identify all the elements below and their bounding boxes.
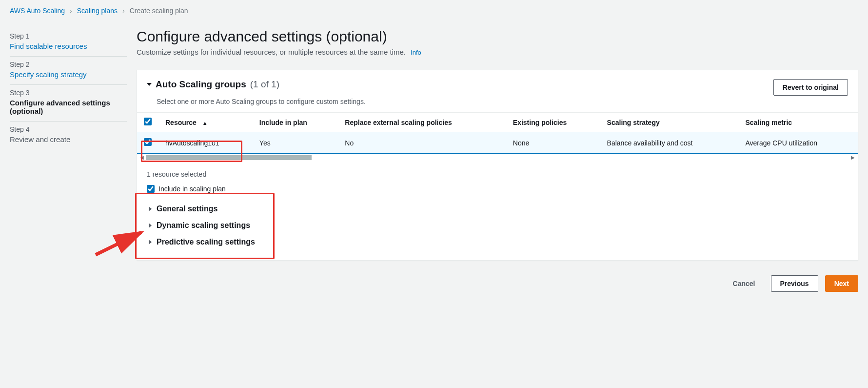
header-include[interactable]: Include in plan bbox=[253, 113, 338, 132]
panel-title: Auto Scaling groups bbox=[156, 79, 246, 90]
scrollbar-thumb[interactable] bbox=[146, 155, 312, 160]
step-3: Step 3 Configure advanced settings (opti… bbox=[10, 85, 127, 122]
header-resource-label: Resource bbox=[165, 119, 197, 126]
previous-button[interactable]: Previous bbox=[771, 275, 818, 292]
table-row[interactable]: hvAutoscaling101 Yes No None Balance ava… bbox=[137, 132, 858, 154]
groups-table: Resource ▲ Include in plan Replace exter… bbox=[137, 113, 858, 154]
groups-table-wrap: Resource ▲ Include in plan Replace exter… bbox=[137, 112, 858, 154]
panel-count: (1 of 1) bbox=[250, 79, 279, 90]
expander-label: Dynamic scaling settings bbox=[157, 221, 250, 230]
step-label: Step 4 bbox=[10, 125, 127, 133]
wizard-steps-sidebar: Step 1 Find scalable resources Step 2 Sp… bbox=[10, 28, 127, 302]
selected-count: 1 resource selected bbox=[147, 170, 848, 178]
info-link[interactable]: Info bbox=[411, 49, 421, 56]
cell-include: Yes bbox=[253, 132, 338, 154]
horizontal-scrollbar[interactable]: ◀ ▶ bbox=[137, 154, 858, 161]
step-4: Step 4 Review and create bbox=[10, 122, 127, 149]
breadcrumb-root[interactable]: AWS Auto Scaling bbox=[10, 7, 65, 15]
step-2[interactable]: Step 2 Specify scaling strategy bbox=[10, 57, 127, 85]
header-resource[interactable]: Resource ▲ bbox=[158, 113, 253, 132]
step-title[interactable]: Find scalable resources bbox=[10, 42, 127, 50]
scroll-right-icon[interactable]: ▶ bbox=[851, 155, 855, 160]
caret-right-icon bbox=[149, 240, 152, 245]
row-checkbox[interactable] bbox=[144, 138, 152, 146]
step-title: Review and create bbox=[10, 135, 127, 143]
expander-general-settings[interactable]: General settings bbox=[147, 201, 848, 217]
sort-asc-icon: ▲ bbox=[202, 120, 208, 126]
footer-actions: Cancel Previous Next bbox=[137, 270, 858, 302]
page-title: Configure advanced settings (optional) bbox=[137, 28, 858, 45]
caret-right-icon bbox=[149, 206, 152, 211]
chevron-right-icon: › bbox=[70, 7, 72, 15]
include-in-plan-checkbox[interactable] bbox=[147, 185, 155, 193]
expander-label: General settings bbox=[157, 204, 217, 213]
step-label: Step 1 bbox=[10, 32, 127, 40]
cell-metric: Average CPU utilization bbox=[738, 132, 858, 154]
cell-resource: hvAutoscaling101 bbox=[158, 132, 253, 154]
header-replace[interactable]: Replace external scaling policies bbox=[338, 113, 506, 132]
expander-label: Predictive scaling settings bbox=[157, 238, 255, 246]
auto-scaling-groups-panel: Auto Scaling groups (1 of 1) Revert to o… bbox=[137, 70, 858, 261]
step-title[interactable]: Specify scaling strategy bbox=[10, 70, 127, 79]
breadcrumb: AWS Auto Scaling › Scaling plans › Creat… bbox=[0, 0, 868, 20]
header-strategy[interactable]: Scaling strategy bbox=[600, 113, 739, 132]
step-label: Step 3 bbox=[10, 89, 127, 97]
expander-predictive-scaling-settings[interactable]: Predictive scaling settings bbox=[147, 234, 848, 250]
scroll-left-icon[interactable]: ◀ bbox=[140, 155, 144, 160]
header-checkbox-col bbox=[137, 113, 158, 132]
cell-existing: None bbox=[506, 132, 600, 154]
page-subtitle-text: Customize settings for individual resour… bbox=[137, 48, 406, 56]
caret-right-icon bbox=[149, 223, 152, 228]
include-in-plan-label: Include in scaling plan bbox=[158, 185, 226, 193]
chevron-right-icon: › bbox=[122, 7, 125, 15]
cell-strategy: Balance availability and cost bbox=[600, 132, 739, 154]
breadcrumb-parent[interactable]: Scaling plans bbox=[77, 7, 118, 15]
caret-down-icon bbox=[147, 83, 152, 86]
breadcrumb-current: Create scaling plan bbox=[130, 7, 188, 15]
step-1[interactable]: Step 1 Find scalable resources bbox=[10, 28, 127, 57]
selection-panel: 1 resource selected Include in scaling p… bbox=[137, 161, 858, 260]
step-label: Step 2 bbox=[10, 61, 127, 68]
cell-replace: No bbox=[338, 132, 506, 154]
header-existing[interactable]: Existing policies bbox=[506, 113, 600, 132]
cancel-button[interactable]: Cancel bbox=[724, 275, 764, 292]
select-all-checkbox[interactable] bbox=[144, 118, 152, 125]
revert-to-original-button[interactable]: Revert to original bbox=[773, 79, 848, 96]
expander-dynamic-scaling-settings[interactable]: Dynamic scaling settings bbox=[147, 217, 848, 234]
panel-description: Select one or more Auto Scaling groups t… bbox=[137, 96, 858, 112]
next-button[interactable]: Next bbox=[825, 275, 858, 292]
step-title: Configure advanced settings (optional) bbox=[10, 99, 127, 115]
page-subtitle: Customize settings for individual resour… bbox=[137, 48, 858, 56]
header-metric[interactable]: Scaling metric bbox=[738, 113, 858, 132]
panel-heading-toggle[interactable]: Auto Scaling groups (1 of 1) bbox=[147, 79, 279, 90]
